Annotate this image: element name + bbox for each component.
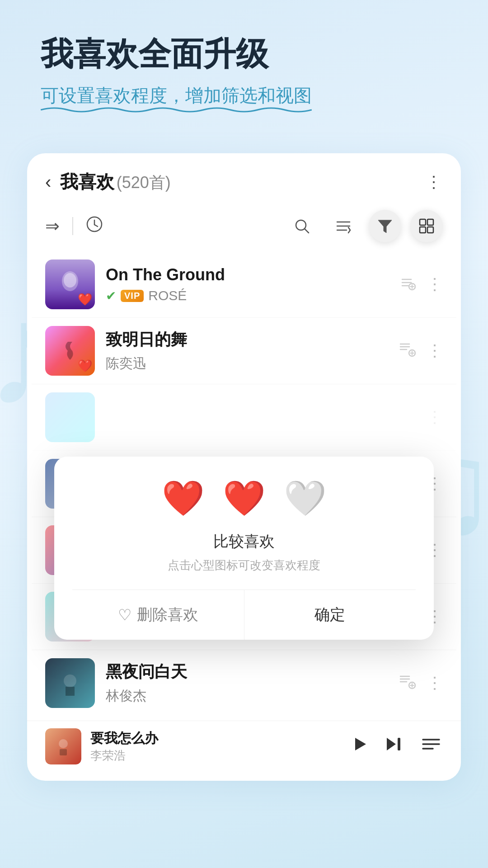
vip-badge: VIP — [121, 290, 144, 302]
svg-rect-45 — [398, 738, 400, 750]
svg-point-36 — [64, 675, 76, 687]
add-to-queue-button[interactable] — [399, 340, 416, 362]
svg-rect-10 — [427, 219, 433, 225]
play-order-button[interactable]: ⇒ — [45, 216, 60, 236]
heart-selector: ❤️ ❤️ 🤍 — [72, 478, 416, 519]
song-artist: 陈奕迅 — [106, 354, 388, 373]
add-to-queue-button[interactable] — [399, 274, 416, 295]
svg-rect-37 — [66, 687, 75, 696]
song-actions: ⋮ — [399, 274, 443, 295]
card-count: (520首) — [117, 173, 171, 192]
verified-icon: ✔ — [106, 288, 116, 303]
svg-rect-42 — [60, 749, 67, 755]
add-to-queue-button[interactable] — [399, 673, 416, 694]
song-cover[interactable]: ❤️ — [45, 259, 95, 309]
cover-art — [45, 392, 95, 442]
song-item: ❤️ On The Ground ✔ VIP ROSÉ — [32, 251, 456, 318]
song-item: 黑夜问白天 林俊杰 ⋮ — [32, 650, 456, 716]
song-item-hidden: ⋮ — [32, 384, 456, 451]
more-options-button: ⋮ — [427, 408, 443, 427]
song-title: 黑夜问白天 — [106, 661, 388, 683]
toolbar: ⇒ — [27, 205, 461, 251]
toolbar-right — [286, 210, 443, 242]
playlist-button[interactable] — [419, 732, 443, 761]
svg-marker-43 — [355, 738, 366, 750]
more-options-button[interactable]: ⋮ — [427, 341, 443, 360]
song-actions: ⋮ — [416, 408, 443, 427]
header-subtitle: 可设置喜欢程度，增加筛选和视图 — [41, 83, 312, 108]
delete-like-label: 删除喜欢 — [137, 604, 198, 625]
svg-rect-11 — [420, 227, 426, 233]
song-item: ❤️ 致明日的舞 陈奕迅 ⋮ — [32, 318, 456, 384]
svg-marker-44 — [387, 738, 396, 750]
player-info: 要我怎么办 李荣浩 — [90, 729, 347, 764]
clock-icon[interactable] — [86, 216, 103, 237]
song-cover[interactable]: ❤️ — [45, 326, 95, 376]
more-options-button[interactable]: ⋮ — [427, 674, 443, 693]
popup-label: 比较喜欢 — [72, 531, 416, 552]
song-actions: ⋮ — [399, 673, 443, 694]
next-button[interactable] — [383, 732, 407, 761]
song-title: On The Ground — [106, 265, 388, 284]
player-title: 要我怎么办 — [90, 729, 347, 748]
card-title: 我喜欢 — [60, 172, 114, 192]
back-button[interactable]: ‹ — [45, 172, 51, 192]
more-options-button[interactable]: ⋮ — [427, 275, 443, 294]
player-controls — [347, 732, 443, 761]
search-button[interactable] — [286, 210, 318, 242]
song-list: ❤️ On The Ground ✔ VIP ROSÉ — [27, 251, 461, 716]
player-artist: 李荣浩 — [90, 748, 347, 764]
wave-decoration — [41, 105, 312, 114]
grid-view-button[interactable] — [410, 210, 443, 242]
svg-marker-8 — [378, 220, 392, 233]
heart-level-2[interactable]: ❤️ — [223, 478, 266, 519]
artist-name: ROSÉ — [148, 288, 187, 303]
song-actions: ⋮ — [399, 340, 443, 362]
song-title: 致明日的舞 — [106, 329, 388, 351]
svg-point-41 — [59, 739, 68, 748]
song-info: 黑夜问白天 林俊杰 — [106, 661, 388, 705]
bottom-player: 要我怎么办 李荣浩 — [27, 721, 461, 772]
song-info — [106, 415, 405, 419]
main-card: ‹ 我喜欢 (520首) ⋮ ⇒ — [27, 153, 461, 781]
song-cover — [45, 392, 95, 442]
card-header-left: ‹ 我喜欢 (520首) — [45, 170, 171, 194]
confirm-button[interactable]: 确定 — [244, 590, 416, 640]
heart-level-1[interactable]: ❤️ — [162, 478, 205, 519]
card-header: ‹ 我喜欢 (520首) ⋮ — [27, 153, 461, 205]
popup-container: ⋮ ❤️ ❤️ 🤍 比较喜欢 点击心型图标可改变喜欢程度 ♡ 删除喜欢 确定 — [32, 384, 456, 451]
popup-hint: 点击心型图标可改变喜欢程度 — [72, 557, 416, 573]
heart-badge: ❤️ — [78, 359, 92, 373]
svg-point-14 — [64, 273, 76, 288]
player-cover — [45, 728, 81, 764]
song-cover[interactable] — [45, 658, 95, 708]
svg-rect-9 — [420, 219, 426, 225]
song-info: 致明日的舞 陈奕迅 — [106, 329, 388, 373]
artist-name: 林俊杰 — [106, 687, 146, 705]
header-title: 我喜欢全面升级 — [41, 36, 447, 72]
song-artist: ✔ VIP ROSÉ — [106, 288, 388, 303]
delete-like-button[interactable]: ♡ 删除喜欢 — [72, 590, 244, 640]
toolbar-divider — [72, 217, 73, 235]
popup-actions: ♡ 删除喜欢 确定 — [72, 590, 416, 640]
heart-delete-icon: ♡ — [118, 606, 131, 624]
heart-badge: ❤️ — [78, 292, 92, 307]
svg-line-4 — [305, 229, 309, 233]
like-level-popup: ❤️ ❤️ 🤍 比较喜欢 点击心型图标可改变喜欢程度 ♡ 删除喜欢 确定 — [54, 457, 434, 640]
heart-level-3[interactable]: 🤍 — [284, 478, 327, 519]
cover-art — [45, 658, 95, 708]
song-info: On The Ground ✔ VIP ROSÉ — [106, 265, 388, 303]
song-artist: 林俊杰 — [106, 687, 388, 705]
more-menu-button[interactable]: ⋮ — [426, 173, 443, 192]
header-section: 我喜欢全面升级 可设置喜欢程度，增加筛选和视图 — [0, 0, 488, 126]
svg-rect-12 — [427, 227, 433, 233]
card-title-group: 我喜欢 (520首) — [60, 170, 171, 194]
filter-button[interactable] — [369, 210, 401, 242]
play-button[interactable] — [347, 732, 371, 761]
svg-line-2 — [94, 225, 98, 226]
artist-name: 陈奕迅 — [106, 354, 146, 373]
toolbar-left: ⇒ — [45, 216, 273, 237]
sort-button[interactable] — [327, 210, 360, 242]
